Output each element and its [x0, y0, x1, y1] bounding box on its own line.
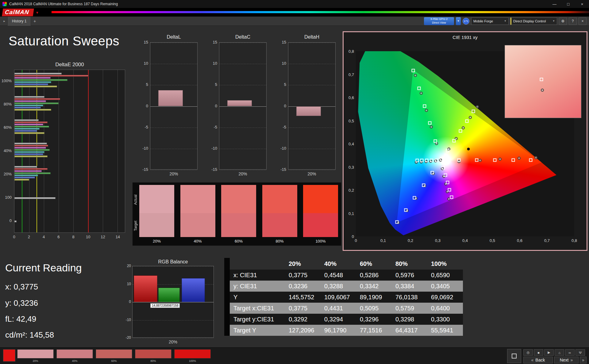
- table-cell: 109,6067: [320, 292, 356, 303]
- target-color-swatch: [262, 213, 297, 237]
- display-control-dropdown[interactable]: Direct Display Control ▼: [510, 17, 557, 25]
- axis-tick-label: -15: [140, 167, 148, 172]
- patch-swatch-label: 60%: [96, 359, 132, 362]
- deltae-bar: [14, 96, 44, 98]
- cie-measured-marker: [534, 156, 537, 159]
- axis-tick-label: -5: [140, 125, 148, 129]
- reading-y: y: 0,3236: [5, 298, 38, 308]
- axis-tick-label: 0,1: [348, 211, 354, 216]
- bottom-bar: 20%40%60%80%100% ◎■▶⌂∞Ψ « Back Next » »: [0, 347, 589, 364]
- axis-tick-label: 0,3: [348, 165, 354, 169]
- settings-button[interactable]: ⚙: [559, 17, 567, 25]
- delta-charts: DeltaL151050-5-10-1520%DeltaC151050-5-10…: [140, 26, 348, 179]
- source-dropdown[interactable]: Mobile Forge ▼: [471, 17, 509, 25]
- deltae-bar: [14, 75, 89, 77]
- back-button[interactable]: « Back: [523, 357, 553, 363]
- cie-target-marker: [425, 159, 428, 162]
- table-cell: 0,3298: [391, 314, 427, 325]
- axis-tick-label: 0,5: [490, 238, 495, 243]
- meter-mode: Direct View: [424, 21, 454, 25]
- target-color-swatch: [139, 213, 174, 237]
- axis-tick-label: 0,7: [348, 72, 354, 77]
- delta-bar: [227, 100, 252, 106]
- axis-tick-label: 0,1: [380, 238, 386, 243]
- axis-tick-label: 0,4: [462, 238, 468, 243]
- aperture-button[interactable]: ◎: [523, 349, 533, 356]
- deltae-axis-tick-label: 100%: [2, 79, 12, 83]
- fast-forward-button[interactable]: »: [580, 357, 587, 363]
- history-nav-button[interactable]: ▸: [1, 18, 7, 24]
- patch-swatch-40%[interactable]: 40%: [56, 349, 93, 358]
- deltae-bar: [14, 151, 44, 153]
- chart-plot: [150, 42, 198, 170]
- usb-button[interactable]: Ψ: [576, 349, 585, 356]
- deltae-bar: [14, 105, 43, 106]
- table-cell: 64,4317: [391, 325, 427, 336]
- patch-swatch-60%[interactable]: 60%: [96, 349, 132, 358]
- meter-button[interactable]: X-Rite i1Pro 2 Direct View: [424, 17, 454, 25]
- reading-fl-value: 42,49: [16, 314, 36, 324]
- actual-row-label: Actual: [133, 186, 138, 213]
- chart-gridline: [288, 128, 335, 128]
- table-cell: 127,2096: [284, 325, 320, 336]
- chart-gridline: [150, 149, 197, 149]
- axis-tick-label: 0: [209, 104, 217, 108]
- rgb-x-axis-label: 20%: [132, 339, 214, 344]
- table-cell: 0,3384: [391, 281, 427, 292]
- stop-button[interactable]: ■: [534, 349, 543, 356]
- cie-y-axis: 0,80,70,60,50,40,30,20,10: [344, 51, 355, 236]
- deltae-axis-tick-label: 20%: [4, 172, 12, 176]
- patch-swatch-20%[interactable]: 20%: [17, 349, 54, 358]
- measurement-table: 20%40%60%80%100%x: CIE310,37750,45480,52…: [224, 258, 463, 336]
- next-button[interactable]: Next »: [554, 357, 579, 363]
- cie-target-marker: [472, 110, 475, 113]
- axis-tick-label: 15: [278, 40, 286, 44]
- deltae-axis-tick-label: 4: [43, 235, 45, 239]
- table-row-label: x: CIE31: [224, 270, 284, 281]
- table-row-label: y: CIE31: [224, 281, 284, 292]
- patch-swatch-100%[interactable]: 100%: [174, 349, 211, 358]
- deltae-reference-line: [88, 70, 89, 232]
- home-button[interactable]: ⌂: [555, 349, 564, 356]
- help-button[interactable]: ?: [569, 17, 577, 25]
- add-tab-button[interactable]: +: [31, 18, 38, 25]
- table-cell: 0,4548: [320, 270, 356, 281]
- calman-logo-menu[interactable]: CalMAN ▼: [2, 9, 39, 16]
- play-button[interactable]: ▶: [544, 349, 554, 356]
- rgb-balance-chart: RGB Balance 20100-10-20 14,8872358987158…: [124, 259, 216, 348]
- patch-swatch-80%[interactable]: 80%: [135, 349, 171, 358]
- workflow-close-button[interactable]: ×: [579, 17, 587, 25]
- cie-target-marker: [440, 157, 443, 161]
- chart-gridline: [133, 302, 214, 302]
- axis-tick-label: 0,5: [348, 118, 354, 123]
- chart-title: DeltaL: [150, 34, 198, 40]
- stop-icon: ■: [537, 351, 540, 354]
- table-header-cell: 20%: [284, 258, 320, 270]
- table-row: Y145,5752109,606789,190976,013869,0692: [224, 292, 463, 303]
- deltae-bar: [14, 128, 40, 130]
- blue-balance-bar: [182, 278, 205, 302]
- red-balance-bar: [134, 275, 157, 302]
- deltae-axis-tick-label: 2: [28, 235, 30, 239]
- minimize-button[interactable]: —: [548, 0, 561, 8]
- deltae-axis-tick-label: 12: [101, 235, 105, 239]
- pattern-window-button[interactable]: [507, 349, 521, 363]
- axis-tick-label: -10: [278, 146, 286, 151]
- back-label: Back: [535, 358, 545, 362]
- close-button[interactable]: ×: [575, 0, 589, 8]
- deltae-gridline: [117, 70, 118, 232]
- tab-history-1[interactable]: History 1: [7, 17, 31, 26]
- loop-button[interactable]: ∞: [565, 349, 575, 356]
- maximize-button[interactable]: □: [561, 0, 575, 8]
- reading-y-value: 0,3236: [13, 298, 38, 308]
- chart-gridline: [288, 64, 335, 64]
- delta-chart-deltah: DeltaH151050-5-10-1520%: [278, 26, 347, 179]
- patch-swatch-label: 80%: [135, 359, 171, 362]
- cie-measured-marker: [462, 126, 465, 129]
- inset-target-marker: [540, 78, 543, 81]
- current-patch-swatch: [3, 349, 15, 362]
- chart-gridline: [219, 85, 266, 85]
- gear-icon: ⚙: [561, 19, 565, 23]
- table-cell: 89,1909: [356, 292, 391, 303]
- meter-dropdown-button[interactable]: ▼: [456, 17, 461, 25]
